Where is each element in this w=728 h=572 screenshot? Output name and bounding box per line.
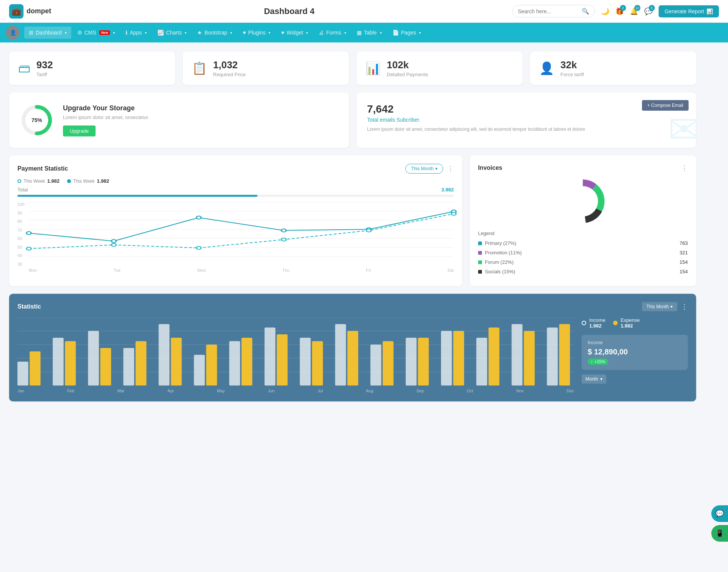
dashboard-label: Dashboard bbox=[36, 30, 62, 36]
chevron-icon: ▾ bbox=[435, 166, 438, 171]
nav-item-pages[interactable]: 📄 Pages ▾ bbox=[388, 27, 426, 39]
payment-header: Payment Statistic This Month ▾ ⋮ bbox=[17, 164, 454, 174]
promotion-color-sq bbox=[478, 251, 482, 255]
generate-report-label: Generate Report bbox=[665, 8, 704, 14]
promotion-label: Promotion (11%) bbox=[485, 250, 522, 255]
income-label: Income bbox=[589, 317, 606, 323]
logo-icon: 💼 bbox=[9, 4, 24, 19]
upgrade-button[interactable]: Upgrade bbox=[63, 125, 96, 136]
svg-rect-31 bbox=[30, 351, 41, 386]
statistic-more-icon[interactable]: ⋮ bbox=[681, 302, 688, 311]
bootstrap-icon: ★ bbox=[197, 30, 202, 36]
moon-icon[interactable]: 🌙 bbox=[601, 7, 609, 16]
chevron-down-icon-widget: ▾ bbox=[306, 31, 308, 35]
forum-color-sq bbox=[478, 260, 482, 264]
legend-socials: Socials (15%) 154 bbox=[478, 267, 688, 276]
cms-label: CMS bbox=[85, 30, 96, 36]
invoices-more-icon[interactable]: ⋮ bbox=[681, 164, 688, 172]
compose-email-button[interactable]: + Compose Email bbox=[642, 100, 689, 111]
svg-rect-41 bbox=[206, 345, 217, 386]
total-row: Total 3.982 bbox=[17, 187, 454, 193]
price-label: Required Price bbox=[213, 72, 246, 77]
search-input[interactable] bbox=[518, 8, 579, 14]
nav-item-table[interactable]: ▦ Table ▾ bbox=[352, 27, 386, 39]
total-label: Total bbox=[17, 187, 28, 193]
invoices-donut bbox=[478, 177, 688, 226]
income-box-amount: $ 12,890,00 bbox=[588, 348, 682, 356]
income-box: Income $ 12,890,00 ↑ +15% bbox=[582, 335, 688, 370]
storage-info: Upgrade Your Storage Lorem ipsum dolor s… bbox=[63, 104, 149, 136]
income-dot bbox=[582, 321, 586, 325]
statistic-chart-area: Jan Feb Mar Apr May Jun Jul Aug Sep Oct … bbox=[17, 317, 688, 393]
nav-item-bootstrap[interactable]: ★ Bootstrap ▾ bbox=[193, 27, 237, 39]
legend-val-1: 1.982 bbox=[47, 178, 60, 184]
svg-rect-30 bbox=[17, 362, 28, 386]
legend-primary: Primary (27%) 763 bbox=[478, 238, 688, 248]
invoices-legend: Legend Primary (27%) 763 Promotion (11%)… bbox=[478, 230, 688, 276]
gear-icon: ⚙ bbox=[77, 30, 82, 36]
svg-rect-53 bbox=[418, 338, 429, 386]
pages-icon: 📄 bbox=[392, 30, 399, 36]
svg-rect-43 bbox=[242, 338, 253, 386]
svg-rect-59 bbox=[524, 331, 535, 386]
income-expense-row: Income 1.982 Expense 1.982 bbox=[582, 317, 688, 329]
search-box[interactable]: 🔍 bbox=[512, 5, 595, 17]
briefcase-icon: 🗃 bbox=[18, 61, 30, 75]
month-selector-label: Month bbox=[585, 376, 598, 382]
stat-cards-grid: 🗃 932 Tariff 📋 1,032 Required Price 📊 10… bbox=[9, 52, 696, 85]
search-icon: 🔍 bbox=[582, 8, 589, 15]
payments-value: 102k bbox=[387, 59, 428, 71]
more-options-icon[interactable]: ⋮ bbox=[447, 165, 454, 173]
svg-rect-32 bbox=[53, 338, 64, 386]
chevron-down-icon-plugins: ▾ bbox=[268, 31, 270, 35]
income-badge: ↑ +15% bbox=[588, 359, 608, 365]
svg-point-20 bbox=[451, 212, 456, 215]
stat-card-price: 📋 1,032 Required Price bbox=[183, 52, 349, 85]
stat-card-tariff: 🗃 932 Tariff bbox=[9, 52, 175, 85]
statistic-month-filter[interactable]: This Month ▾ bbox=[642, 302, 677, 311]
chevron-down-month: ▾ bbox=[600, 376, 602, 382]
main-content: 🗃 932 Tariff 📋 1,032 Required Price 📊 10… bbox=[0, 42, 705, 411]
bell-icon-wrapper[interactable]: 🔔 12 bbox=[630, 7, 638, 16]
legend-title: Legend bbox=[478, 230, 688, 236]
chevron-down-icon-pages: ▾ bbox=[419, 31, 421, 35]
forum-count: 154 bbox=[679, 259, 688, 265]
generate-report-button[interactable]: Generate Report 📊 bbox=[659, 5, 719, 17]
chat-icon-wrapper[interactable]: 💬 5 bbox=[644, 7, 653, 16]
gift-icon-wrapper[interactable]: 🎁 2 bbox=[615, 7, 624, 16]
plugins-label: Plugins bbox=[248, 30, 266, 36]
nav-item-dashboard[interactable]: ⊞ Dashboard ▾ bbox=[24, 27, 71, 39]
svg-rect-35 bbox=[100, 348, 111, 386]
svg-rect-38 bbox=[158, 324, 169, 386]
nav-item-cms[interactable]: ⚙ CMS New ▾ bbox=[73, 27, 120, 39]
svg-rect-45 bbox=[277, 334, 288, 386]
svg-rect-58 bbox=[511, 324, 522, 386]
nav-item-plugins[interactable]: ♥ Plugins ▾ bbox=[238, 27, 275, 39]
chevron-down-icon: ▾ bbox=[65, 31, 67, 35]
svg-point-15 bbox=[27, 247, 31, 250]
primary-count: 763 bbox=[679, 240, 688, 246]
email-subtitle: Total emails Subcriber. bbox=[367, 117, 686, 123]
svg-point-17 bbox=[196, 246, 201, 249]
svg-rect-48 bbox=[335, 324, 346, 386]
widget-icon: ♥ bbox=[281, 30, 284, 36]
payment-statistic-card: Payment Statistic This Month ▾ ⋮ This We… bbox=[9, 155, 462, 286]
nav-item-apps[interactable]: ℹ Apps ▾ bbox=[121, 27, 151, 39]
pages-label: Pages bbox=[401, 30, 416, 36]
this-month-filter[interactable]: This Month ▾ bbox=[405, 164, 443, 174]
svg-rect-57 bbox=[488, 328, 499, 386]
stat-right-panel: Income 1.982 Expense 1.982 Income $ bbox=[582, 317, 688, 393]
svg-rect-47 bbox=[312, 341, 323, 386]
nav-item-charts[interactable]: 📈 Charts ▾ bbox=[153, 27, 191, 39]
nav-item-widget[interactable]: ♥ Widget ▾ bbox=[276, 27, 312, 39]
nav-item-forms[interactable]: 🖨 Forms ▾ bbox=[314, 27, 351, 39]
widget-label: Widget bbox=[287, 30, 303, 36]
svg-rect-44 bbox=[265, 328, 276, 386]
svg-point-9 bbox=[27, 232, 31, 235]
payments-label: Detalled Payments bbox=[387, 72, 428, 77]
expense-dot bbox=[613, 321, 618, 325]
month-selector-button[interactable]: Month ▾ bbox=[582, 375, 606, 384]
svg-point-10 bbox=[111, 240, 116, 243]
logo-text: dompet bbox=[27, 7, 51, 15]
user-avatar[interactable]: 👤 bbox=[6, 26, 20, 39]
